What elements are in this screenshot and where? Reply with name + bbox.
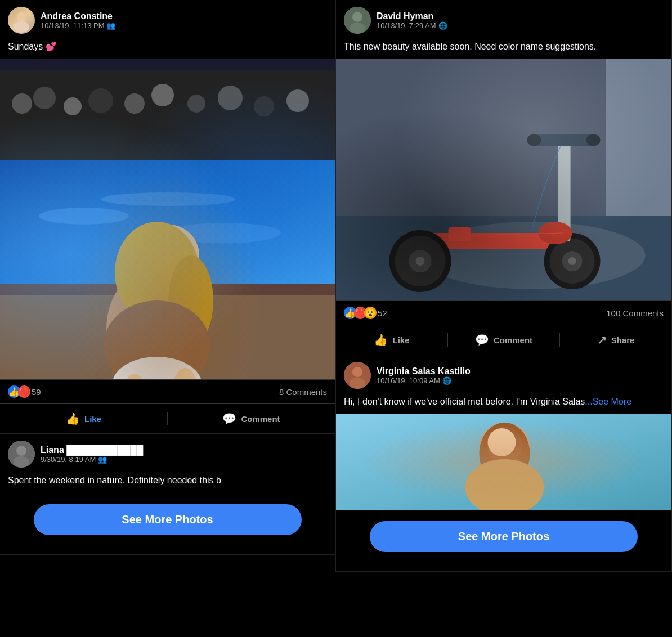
like-button-andrea[interactable]: 👍 Like — [0, 406, 167, 431]
post-author-liana: Liana ████████████ — [41, 445, 143, 455]
post-header-virginia: Virginia Salas Kastilio 10/16/19, 10:09 … — [336, 355, 671, 393]
post-meta-liana: Liana ████████████ 9/30/19, 8:19 AM 👥 — [41, 445, 143, 464]
like-icon-david: 👍 — [374, 333, 388, 347]
svg-point-11 — [218, 86, 243, 110]
post-timestamp-liana: 9/30/19, 8:19 AM 👥 — [41, 455, 143, 464]
comments-count-andrea: 8 Comments — [279, 387, 327, 397]
svg-rect-51 — [558, 143, 571, 241]
svg-point-9 — [151, 84, 174, 106]
like-label-andrea: Like — [84, 414, 101, 424]
svg-rect-39 — [336, 59, 671, 216]
post-meta-virginia: Virginia Salas Kastilio 10/16/19, 10:09 … — [377, 366, 471, 385]
svg-point-56 — [539, 222, 572, 244]
comment-icon-andrea: 💬 — [222, 412, 236, 425]
see-more-photos-left[interactable]: See More Photos — [34, 504, 302, 535]
avatar-david[interactable] — [344, 7, 371, 34]
reaction-count-andrea: 59 — [32, 387, 41, 397]
svg-rect-19 — [0, 284, 335, 379]
like-button-david[interactable]: 👍 Like — [336, 328, 447, 352]
svg-point-44 — [395, 236, 446, 286]
svg-point-66 — [488, 428, 516, 456]
svg-rect-40 — [606, 59, 672, 216]
post-author-andrea: Andrea Constine — [41, 11, 115, 21]
svg-point-7 — [88, 88, 113, 113]
avatar-virginia[interactable] — [344, 362, 371, 389]
svg-rect-52 — [558, 143, 571, 241]
svg-point-8 — [124, 93, 145, 114]
svg-line-57 — [449, 233, 564, 236]
avatar-liana[interactable] — [8, 441, 35, 468]
svg-point-27 — [112, 357, 202, 379]
share-label-david: Share — [611, 335, 635, 345]
friends-icon-liana: 👥 — [98, 455, 107, 464]
see-more-right-container: See More Photos — [336, 510, 671, 571]
see-more-left-container: See More Photos — [0, 493, 335, 554]
svg-point-29 — [171, 368, 199, 379]
share-icon-david: ↗ — [597, 333, 607, 347]
share-button-david[interactable]: ↗ Share — [560, 328, 671, 352]
svg-point-13 — [286, 89, 309, 112]
pool-photo — [0, 59, 335, 379]
comments-count-david: 100 Comments — [606, 308, 664, 318]
svg-point-35 — [350, 23, 365, 34]
svg-point-34 — [352, 12, 362, 22]
svg-point-12 — [254, 96, 274, 116]
svg-point-48 — [550, 239, 595, 284]
post-david: David Hyman 10/13/19, 7:29 AM 🌐 This new… — [336, 0, 672, 355]
svg-point-16 — [39, 208, 129, 225]
svg-point-61 — [350, 378, 365, 389]
svg-rect-53 — [527, 134, 601, 146]
post-text-liana: Spent the weekend in nature. Definitely … — [0, 472, 335, 492]
avatar-david-img — [344, 7, 371, 34]
svg-point-28 — [120, 374, 149, 379]
svg-point-64 — [487, 427, 523, 463]
comment-button-andrea[interactable]: 💬 Comment — [168, 406, 335, 431]
svg-rect-58 — [449, 227, 471, 241]
see-more-text-virginia[interactable]: ...See More — [585, 397, 631, 406]
avatar-andrea[interactable] — [8, 7, 35, 34]
post-timestamp-david: 10/13/19, 7:29 AM 🌐 — [377, 21, 447, 30]
globe-icon-virginia: 🌐 — [442, 376, 451, 385]
svg-point-49 — [562, 251, 583, 271]
post-virginia: Virginia Salas Kastilio 10/16/19, 10:09 … — [336, 355, 672, 571]
svg-point-1 — [14, 21, 29, 33]
svg-rect-55 — [586, 134, 601, 146]
avatar-liana-img — [8, 441, 35, 468]
svg-rect-42 — [404, 233, 572, 249]
post-text-andrea: Sundays 💕 — [0, 38, 335, 59]
svg-rect-37 — [336, 216, 671, 300]
avatar-andrea-img — [8, 7, 35, 34]
virginia-scene — [336, 414, 671, 510]
love-reaction: ❤️ — [18, 385, 30, 398]
reactions-bar-david: 👍 ❤️ 😮 52 100 Comments — [336, 300, 671, 325]
post-author-virginia: Virginia Salas Kastilio — [377, 366, 471, 376]
post-text-virginia: Hi, I don't know if we've official met b… — [336, 393, 671, 414]
post-liana: Liana ████████████ 9/30/19, 8:19 AM 👥 Sp… — [0, 434, 335, 554]
svg-point-32 — [14, 456, 29, 468]
svg-point-21 — [106, 267, 208, 379]
comment-button-david[interactable]: 💬 Comment — [448, 328, 559, 352]
post-text-david: This new beauty available soon. Need col… — [336, 38, 671, 59]
post-author-david: David Hyman — [377, 11, 447, 21]
post-header-andrea: Andrea Constine 10/13/19, 11:13 PM 👥 — [0, 0, 335, 38]
svg-point-10 — [187, 95, 205, 113]
post-timestamp-virginia: 10/16/19, 10:09 AM 🌐 — [377, 376, 471, 385]
svg-point-22 — [137, 225, 199, 286]
svg-point-24 — [115, 222, 199, 323]
svg-point-31 — [16, 446, 26, 456]
virginia-photo — [336, 414, 671, 510]
svg-point-6 — [64, 97, 82, 115]
feed-container: Andrea Constine 10/13/19, 11:13 PM 👥 Sun… — [0, 0, 672, 572]
svg-rect-54 — [527, 134, 541, 146]
svg-rect-62 — [336, 414, 671, 510]
comment-label-david: Comment — [494, 335, 532, 345]
svg-point-4 — [12, 93, 32, 114]
wow-reaction-david: 😮 — [364, 307, 377, 319]
reaction-emojis-david: 👍 ❤️ 😮 — [344, 307, 374, 319]
reaction-count-david: 52 — [378, 308, 387, 318]
svg-point-43 — [389, 230, 451, 292]
actions-bar-andrea: 👍 Like 💬 Comment — [0, 403, 335, 433]
actions-bar-david: 👍 Like 💬 Comment ↗ Share — [336, 325, 671, 355]
svg-point-47 — [544, 233, 601, 289]
see-more-photos-right[interactable]: See More Photos — [370, 521, 638, 552]
